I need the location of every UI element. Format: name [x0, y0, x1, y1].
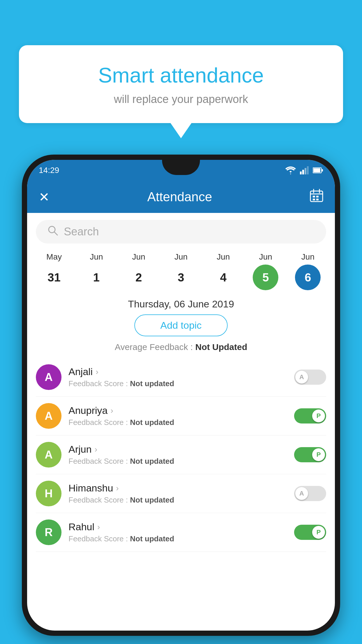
- cal-month-label: Jun: [301, 252, 314, 262]
- feedback-score: Feedback Score : Not updated: [68, 379, 294, 388]
- app-bar-title: Attendance: [147, 190, 212, 204]
- bubble-title: Smart attendance: [39, 63, 323, 88]
- student-row[interactable]: HHimanshu ›Feedback Score : Not updatedA: [36, 474, 326, 513]
- svg-rect-5: [313, 168, 320, 172]
- attendance-toggle[interactable]: P: [294, 408, 326, 424]
- attendance-toggle[interactable]: A: [294, 370, 326, 385]
- cal-month-label: May: [46, 252, 62, 262]
- svg-rect-2: [305, 168, 306, 174]
- toggle-thumb: P: [312, 410, 325, 422]
- feedback-score: Feedback Score : Not updated: [68, 534, 294, 543]
- chevron-icon: ›: [96, 367, 98, 377]
- svg-rect-14: [316, 199, 319, 200]
- cal-date-number[interactable]: 5: [253, 265, 278, 290]
- student-name[interactable]: Anjali ›: [68, 366, 294, 377]
- student-info: Rahul ›Feedback Score : Not updated: [68, 521, 294, 543]
- speech-bubble-container: Smart attendance will replace your paper…: [19, 45, 343, 123]
- feedback-score: Feedback Score : Not updated: [68, 496, 294, 505]
- svg-rect-12: [316, 196, 319, 197]
- status-bar: 14:29: [27, 160, 335, 181]
- svg-rect-11: [313, 196, 315, 197]
- calendar-day[interactable]: May31: [35, 252, 73, 290]
- student-row[interactable]: AArjun ›Feedback Score : Not updatedP: [36, 435, 326, 474]
- svg-line-16: [54, 232, 57, 235]
- student-info: Himanshu ›Feedback Score : Not updated: [68, 482, 294, 505]
- toggle-thumb: P: [312, 448, 325, 461]
- chevron-icon: ›: [116, 484, 119, 493]
- battery-icon: [313, 167, 323, 174]
- svg-rect-3: [307, 166, 309, 174]
- cal-month-label: Jun: [259, 252, 272, 262]
- svg-rect-6: [321, 169, 323, 172]
- status-icons: [285, 166, 323, 174]
- toggle-thumb: P: [312, 526, 325, 539]
- wifi-icon: [285, 166, 296, 174]
- avg-feedback: Average Feedback : Not Updated: [27, 342, 335, 352]
- speech-bubble: Smart attendance will replace your paper…: [19, 45, 343, 123]
- calendar-day[interactable]: Jun2: [120, 252, 158, 290]
- calendar-day[interactable]: Jun1: [78, 252, 115, 290]
- feedback-score: Feedback Score : Not updated: [68, 457, 294, 466]
- cal-month-label: Jun: [132, 252, 145, 262]
- student-name[interactable]: Rahul ›: [68, 521, 294, 533]
- notch: [162, 160, 200, 175]
- phone-frame: 14:29: [22, 155, 340, 636]
- student-name[interactable]: Arjun ›: [68, 444, 294, 455]
- calendar-day[interactable]: Jun4: [204, 252, 242, 290]
- student-row[interactable]: AAnjali ›Feedback Score : Not updatedA: [36, 358, 326, 397]
- cal-month-label: Jun: [217, 252, 230, 262]
- calendar-day[interactable]: Jun3: [162, 252, 200, 290]
- cal-date-number[interactable]: 31: [41, 265, 67, 290]
- avatar: A: [36, 364, 61, 390]
- avg-feedback-value: Not Updated: [195, 342, 247, 352]
- close-icon[interactable]: ✕: [39, 190, 50, 204]
- attendance-toggle[interactable]: A: [294, 486, 326, 501]
- student-info: Anupriya ›Feedback Score : Not updated: [68, 405, 294, 427]
- signal-icon: [300, 166, 309, 174]
- student-info: Anjali ›Feedback Score : Not updated: [68, 366, 294, 388]
- background: Smart attendance will replace your paper…: [0, 0, 362, 644]
- status-time: 14:29: [39, 166, 59, 175]
- student-row[interactable]: AAnupriya ›Feedback Score : Not updatedP: [36, 397, 326, 435]
- calendar-day[interactable]: Jun6: [289, 252, 327, 290]
- phone-inner: 14:29: [27, 160, 335, 631]
- cal-month-label: Jun: [90, 252, 103, 262]
- student-name[interactable]: Himanshu ›: [68, 482, 294, 494]
- chevron-icon: ›: [94, 445, 97, 454]
- search-bar[interactable]: Search: [36, 220, 326, 244]
- cal-date-number[interactable]: 4: [210, 265, 236, 290]
- feedback-score: Feedback Score : Not updated: [68, 418, 294, 427]
- attendance-toggle[interactable]: P: [294, 447, 326, 462]
- avatar: A: [36, 442, 61, 468]
- student-name[interactable]: Anupriya ›: [68, 405, 294, 416]
- chevron-icon: ›: [110, 406, 113, 415]
- app-bar: ✕ Attendance: [27, 181, 335, 213]
- cal-month-label: Jun: [174, 252, 187, 262]
- selected-date: Thursday, 06 June 2019: [27, 298, 335, 310]
- avatar: A: [36, 403, 61, 429]
- toggle-thumb: A: [295, 371, 308, 384]
- cal-date-number[interactable]: 3: [168, 265, 194, 290]
- avatar: H: [36, 481, 61, 506]
- cal-date-number[interactable]: 2: [126, 265, 152, 290]
- search-icon: [48, 225, 58, 238]
- avatar: R: [36, 519, 61, 545]
- svg-rect-13: [313, 199, 315, 200]
- calendar-day[interactable]: Jun5: [247, 252, 284, 290]
- toggle-thumb: A: [295, 487, 308, 500]
- add-topic-button[interactable]: Add topic: [134, 314, 228, 336]
- cal-date-number[interactable]: 6: [295, 265, 321, 290]
- svg-rect-1: [302, 170, 304, 174]
- chevron-icon: ›: [97, 522, 100, 532]
- calendar-strip: May31Jun1Jun2Jun3Jun4Jun5Jun6: [27, 246, 335, 293]
- student-list: AAnjali ›Feedback Score : Not updatedAAA…: [27, 358, 335, 552]
- svg-rect-0: [300, 172, 302, 174]
- attendance-toggle[interactable]: P: [294, 525, 326, 540]
- student-row[interactable]: RRahul ›Feedback Score : Not updatedP: [36, 513, 326, 552]
- student-info: Arjun ›Feedback Score : Not updated: [68, 444, 294, 466]
- search-input[interactable]: Search: [64, 225, 99, 238]
- avg-feedback-label: Average Feedback :: [115, 342, 195, 352]
- bubble-subtitle: will replace your paperwork: [39, 93, 323, 106]
- calendar-icon[interactable]: [310, 189, 323, 205]
- cal-date-number[interactable]: 1: [84, 265, 109, 290]
